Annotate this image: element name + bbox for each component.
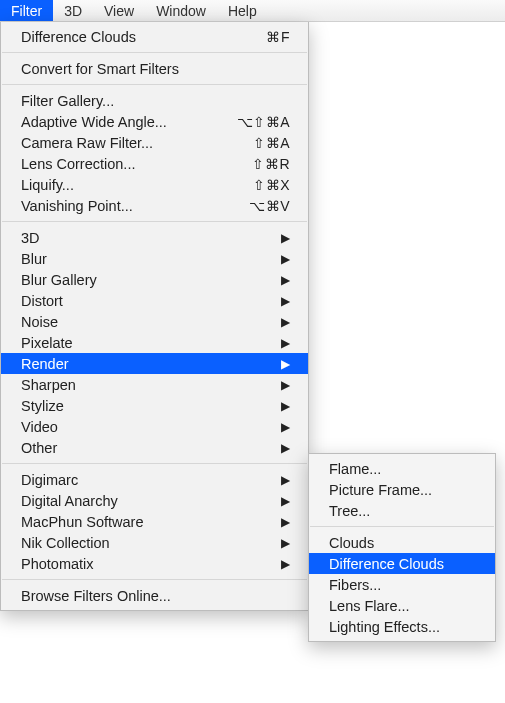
menu-item-blur[interactable]: Blur▶ [1, 248, 308, 269]
submenu-item-label: Fibers... [329, 577, 479, 593]
menubar-item-label: Window [156, 3, 206, 19]
menu-item-lens-correction[interactable]: Lens Correction...⇧⌘R [1, 153, 308, 174]
submenu-item-label: Picture Frame... [329, 482, 479, 498]
menubar: Filter3DViewWindowHelp [0, 0, 505, 22]
submenu-arrow-icon: ▶ [281, 337, 290, 349]
menu-item-label: Sharpen [21, 377, 269, 393]
menu-separator [2, 579, 307, 580]
submenu-item-lens-flare[interactable]: Lens Flare... [309, 595, 495, 616]
menubar-item-window[interactable]: Window [145, 0, 217, 21]
menu-item-macphun-software[interactable]: MacPhun Software▶ [1, 511, 308, 532]
submenu-item-label: Tree... [329, 503, 479, 519]
submenu-arrow-icon: ▶ [281, 295, 290, 307]
menu-item-shortcut: ⌥⌘V [249, 198, 290, 214]
menu-item-label: Photomatix [21, 556, 269, 572]
menu-separator [2, 463, 307, 464]
menu-item-vanishing-point[interactable]: Vanishing Point...⌥⌘V [1, 195, 308, 216]
menu-item-label: Blur Gallery [21, 272, 269, 288]
menu-item-other[interactable]: Other▶ [1, 437, 308, 458]
menu-item-label: Pixelate [21, 335, 269, 351]
menu-item-label: Difference Clouds [21, 29, 254, 45]
menu-item-nik-collection[interactable]: Nik Collection▶ [1, 532, 308, 553]
menu-separator [2, 84, 307, 85]
menu-item-label: Browse Filters Online... [21, 588, 290, 604]
menu-item-shortcut: ⇧⌘R [252, 156, 290, 172]
menu-item-photomatix[interactable]: Photomatix▶ [1, 553, 308, 574]
submenu-arrow-icon: ▶ [281, 558, 290, 570]
submenu-arrow-icon: ▶ [281, 495, 290, 507]
menu-item-liquify[interactable]: Liquify...⇧⌘X [1, 174, 308, 195]
menu-item-video[interactable]: Video▶ [1, 416, 308, 437]
menu-item-blur-gallery[interactable]: Blur Gallery▶ [1, 269, 308, 290]
menu-item-label: 3D [21, 230, 269, 246]
submenu-item-label: Difference Clouds [329, 556, 479, 572]
filter-dropdown-menu: Difference Clouds⌘FConvert for Smart Fil… [0, 22, 309, 611]
submenu-arrow-icon: ▶ [281, 442, 290, 454]
menubar-item-filter[interactable]: Filter [0, 0, 53, 21]
menu-item-render[interactable]: Render▶ [1, 353, 308, 374]
submenu-item-clouds[interactable]: Clouds [309, 532, 495, 553]
render-submenu: Flame...Picture Frame...Tree...CloudsDif… [308, 453, 496, 642]
menu-item-label: Digimarc [21, 472, 269, 488]
menu-item-browse-filters-online[interactable]: Browse Filters Online... [1, 585, 308, 606]
menu-item-convert-for-smart-filters[interactable]: Convert for Smart Filters [1, 58, 308, 79]
menu-separator [2, 221, 307, 222]
menubar-item-help[interactable]: Help [217, 0, 268, 21]
menu-item-label: Nik Collection [21, 535, 269, 551]
menu-item-label: MacPhun Software [21, 514, 269, 530]
menu-item-label: Render [21, 356, 269, 372]
menu-item-filter-gallery[interactable]: Filter Gallery... [1, 90, 308, 111]
menu-item-adaptive-wide-angle[interactable]: Adaptive Wide Angle...⌥⇧⌘A [1, 111, 308, 132]
menu-item-difference-clouds[interactable]: Difference Clouds⌘F [1, 26, 308, 47]
menu-separator [310, 526, 494, 527]
menu-item-digital-anarchy[interactable]: Digital Anarchy▶ [1, 490, 308, 511]
submenu-arrow-icon: ▶ [281, 379, 290, 391]
menu-item-label: Video [21, 419, 269, 435]
submenu-item-label: Lens Flare... [329, 598, 479, 614]
submenu-arrow-icon: ▶ [281, 232, 290, 244]
menubar-item-label: Help [228, 3, 257, 19]
submenu-item-label: Flame... [329, 461, 479, 477]
menubar-item-view[interactable]: View [93, 0, 145, 21]
menu-item-distort[interactable]: Distort▶ [1, 290, 308, 311]
menu-item-label: Camera Raw Filter... [21, 135, 241, 151]
submenu-arrow-icon: ▶ [281, 516, 290, 528]
menu-item-label: Other [21, 440, 269, 456]
submenu-arrow-icon: ▶ [281, 316, 290, 328]
submenu-arrow-icon: ▶ [281, 421, 290, 433]
submenu-item-flame[interactable]: Flame... [309, 458, 495, 479]
submenu-arrow-icon: ▶ [281, 274, 290, 286]
menu-item-label: Digital Anarchy [21, 493, 269, 509]
menubar-item-label: Filter [11, 3, 42, 19]
menu-item-3d[interactable]: 3D▶ [1, 227, 308, 248]
menu-item-label: Lens Correction... [21, 156, 240, 172]
submenu-item-difference-clouds[interactable]: Difference Clouds [309, 553, 495, 574]
menu-item-shortcut: ⇧⌘A [253, 135, 290, 151]
menu-item-label: Blur [21, 251, 269, 267]
menu-item-stylize[interactable]: Stylize▶ [1, 395, 308, 416]
menu-item-label: Vanishing Point... [21, 198, 237, 214]
menu-item-label: Stylize [21, 398, 269, 414]
menu-item-camera-raw-filter[interactable]: Camera Raw Filter...⇧⌘A [1, 132, 308, 153]
menu-item-label: Liquify... [21, 177, 241, 193]
submenu-arrow-icon: ▶ [281, 253, 290, 265]
submenu-item-lighting-effects[interactable]: Lighting Effects... [309, 616, 495, 637]
menubar-item-3d[interactable]: 3D [53, 0, 93, 21]
menu-item-label: Convert for Smart Filters [21, 61, 290, 77]
menu-item-digimarc[interactable]: Digimarc▶ [1, 469, 308, 490]
submenu-item-fibers[interactable]: Fibers... [309, 574, 495, 595]
menu-item-label: Distort [21, 293, 269, 309]
menu-separator [2, 52, 307, 53]
menu-item-shortcut: ⌘F [266, 29, 290, 45]
menu-item-label: Filter Gallery... [21, 93, 290, 109]
menu-item-sharpen[interactable]: Sharpen▶ [1, 374, 308, 395]
menu-item-shortcut: ⇧⌘X [253, 177, 290, 193]
menu-item-pixelate[interactable]: Pixelate▶ [1, 332, 308, 353]
submenu-arrow-icon: ▶ [281, 474, 290, 486]
submenu-item-picture-frame[interactable]: Picture Frame... [309, 479, 495, 500]
submenu-arrow-icon: ▶ [281, 358, 290, 370]
menu-item-noise[interactable]: Noise▶ [1, 311, 308, 332]
menu-item-label: Adaptive Wide Angle... [21, 114, 225, 130]
submenu-item-label: Clouds [329, 535, 479, 551]
submenu-item-tree[interactable]: Tree... [309, 500, 495, 521]
